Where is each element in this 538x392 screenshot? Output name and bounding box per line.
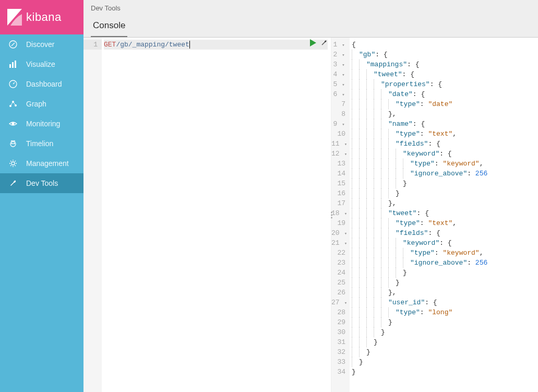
eye-icon xyxy=(8,119,18,128)
sidebar-item-monitoring[interactable]: Monitoring xyxy=(0,114,83,134)
timelion-icon xyxy=(8,139,18,148)
sidebar-item-timelion[interactable]: Timelion xyxy=(0,134,83,153)
line-number: 13 xyxy=(331,159,350,169)
line-number: 26 xyxy=(331,288,350,298)
request-path: /gb/_mapping/tweet xyxy=(116,40,189,50)
svg-rect-1 xyxy=(9,64,11,68)
code-line: "tweet": { xyxy=(352,69,535,79)
pane-resize-handle[interactable] xyxy=(331,211,333,218)
graph-icon xyxy=(8,99,18,109)
app-root: kibana Discover Visualize Dashboard xyxy=(0,0,538,392)
kibana-logo-icon xyxy=(6,8,23,27)
line-number: 9 ▾ xyxy=(331,119,350,129)
code-line: "fields": { xyxy=(352,228,535,238)
code-line: "keyword": { xyxy=(352,149,535,159)
code-line: } xyxy=(352,268,535,278)
code-line: "type": "date" xyxy=(352,99,535,109)
line-number: 22 xyxy=(331,248,350,258)
sidebar-item-devtools[interactable]: Dev Tools xyxy=(0,173,83,193)
wrench-icon xyxy=(8,179,18,188)
code-line: } xyxy=(352,367,535,377)
line-number: 3 ▾ xyxy=(331,60,350,69)
line-number: 15 xyxy=(331,179,350,188)
brand-logo[interactable]: kibana xyxy=(0,0,83,34)
line-number: 18 ▾ xyxy=(331,208,350,218)
sidebar-nav: Discover Visualize Dashboard Graph xyxy=(0,34,83,193)
sidebar-item-label: Graph xyxy=(26,100,46,108)
line-number: 17 xyxy=(331,198,350,208)
request-method: GET xyxy=(104,40,116,50)
sidebar-item-graph[interactable]: Graph xyxy=(0,94,83,114)
response-viewer[interactable]: {"gb": {"mappings": {"tweet": {"properti… xyxy=(350,38,538,392)
line-number: 12 ▾ xyxy=(331,149,350,159)
sidebar-item-management[interactable]: Management xyxy=(0,153,83,173)
code-line: "type": "text", xyxy=(352,129,535,139)
code-line: "tweet": { xyxy=(352,208,535,218)
code-line: }, xyxy=(352,288,535,298)
code-line: "gb": { xyxy=(352,50,535,60)
line-number: 27 ▾ xyxy=(331,298,350,307)
line-number: 31 xyxy=(331,337,350,347)
wrench-icon[interactable] xyxy=(320,39,328,50)
sidebar-item-label: Dev Tools xyxy=(26,179,58,187)
request-line[interactable]: GET /gb/_mapping/tweet xyxy=(104,40,328,50)
response-pane: 1 ▾2 ▾3 ▾4 ▾5 ▾6 ▾789 ▾1011 ▾12 ▾1314151… xyxy=(331,38,538,392)
response-gutter: 1 ▾2 ▾3 ▾4 ▾5 ▾6 ▾789 ▾1011 ▾12 ▾1314151… xyxy=(331,38,350,392)
code-line: "user_id": { xyxy=(352,298,535,307)
sidebar: kibana Discover Visualize Dashboard xyxy=(0,0,83,392)
line-number: 20 ▾ xyxy=(331,228,350,238)
line-number: 1 ▾ xyxy=(331,40,350,50)
main-area: Dev Tools Console 1 GET /gb/_mapping/twe… xyxy=(83,0,538,392)
line-number: 33 xyxy=(331,357,350,367)
line-number: 6 ▾ xyxy=(331,89,350,99)
tab-console[interactable]: Console xyxy=(91,18,127,37)
sidebar-item-discover[interactable]: Discover xyxy=(0,34,83,54)
sidebar-item-label: Dashboard xyxy=(26,80,62,88)
code-line: }, xyxy=(352,198,535,208)
request-actions xyxy=(310,39,328,50)
line-number: 5 ▾ xyxy=(331,79,350,89)
play-icon[interactable] xyxy=(310,39,316,50)
text-cursor xyxy=(189,41,190,49)
breadcrumb: Dev Tools xyxy=(91,4,531,12)
code-line: "type": "long" xyxy=(352,307,535,317)
request-editor[interactable]: GET /gb/_mapping/tweet xyxy=(102,38,331,392)
line-number: 28 xyxy=(331,307,350,317)
code-line: "name": { xyxy=(352,119,535,129)
sidebar-item-label: Monitoring xyxy=(26,120,60,128)
header: Dev Tools Console xyxy=(83,0,538,38)
svg-point-8 xyxy=(12,123,14,125)
line-number: 16 xyxy=(331,188,350,198)
gear-icon xyxy=(8,159,18,168)
sidebar-item-dashboard[interactable]: Dashboard xyxy=(0,74,83,94)
line-number: 11 ▾ xyxy=(331,139,350,149)
line-number: 2 ▾ xyxy=(331,50,350,60)
code-line: } xyxy=(352,278,535,288)
code-line: } xyxy=(352,188,535,198)
sidebar-item-label: Visualize xyxy=(26,60,55,68)
code-line: "fields": { xyxy=(352,139,535,149)
code-line: "ignore_above": 256 xyxy=(352,169,535,179)
brand-name: kibana xyxy=(26,10,62,24)
line-number: 10 xyxy=(331,129,350,139)
code-line: "type": "keyword", xyxy=(352,248,535,258)
line-number: 14 xyxy=(331,169,350,179)
sidebar-item-visualize[interactable]: Visualize xyxy=(0,54,83,74)
code-line: }, xyxy=(352,109,535,119)
compass-icon xyxy=(8,40,18,49)
code-line: "mappings": { xyxy=(352,60,535,69)
line-number: 25 xyxy=(331,278,350,288)
code-line: "ignore_above": 256 xyxy=(352,258,535,268)
line-number: 1 xyxy=(83,40,102,50)
bar-chart-icon xyxy=(8,60,18,69)
svg-rect-3 xyxy=(15,61,16,68)
code-line: "keyword": { xyxy=(352,238,535,248)
line-number: 34 xyxy=(331,367,350,377)
svg-point-12 xyxy=(11,162,15,165)
line-number: 19 xyxy=(331,218,350,228)
line-number: 32 xyxy=(331,347,350,357)
line-number: 29 xyxy=(331,317,350,327)
tabs: Console xyxy=(91,18,531,37)
code-line: } xyxy=(352,179,535,188)
code-line: } xyxy=(352,317,535,327)
